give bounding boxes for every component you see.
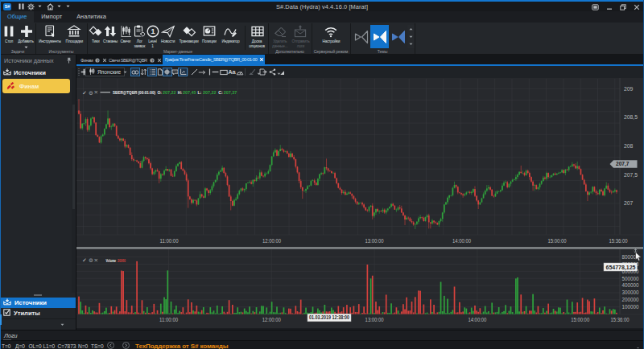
ribbon-button-label: Инструменты xyxy=(39,39,61,43)
ribbon-button-label: Настройки xyxy=(322,39,340,43)
nav-prev-icon[interactable] xyxy=(107,342,114,349)
pin-icon[interactable] xyxy=(66,57,72,65)
candlestick-chart[interactable]: 209208,5208207,520711:00:0012:00:0013:00… xyxy=(76,78,644,328)
sidebar-nav-utilities[interactable]: Утилиты xyxy=(0,308,76,318)
ribbon-button-options-board[interactable]: Доска опционов xyxy=(246,24,268,51)
ribbon-tab-1[interactable]: Общие xyxy=(0,11,34,23)
ribbon-button-depths[interactable]: Стаканы xyxy=(102,24,118,51)
svg-text:14:00:00: 14:00:00 xyxy=(452,238,471,244)
chevron-down-icon xyxy=(123,69,127,75)
ribbon-group-separator xyxy=(415,23,415,54)
toolbar-button-axis-markers[interactable] xyxy=(178,68,188,77)
svg-text:✕: ✕ xyxy=(94,257,98,263)
toolbar-button-draw-gauge[interactable] xyxy=(235,68,245,77)
ribbon-button-news[interactable]: Новости xyxy=(159,24,177,51)
sidebar-bottom-nav: ИсточникиУтилиты xyxy=(0,292,76,330)
ribbon-button-indicator[interactable]: Индикатор xyxy=(218,24,242,51)
help-icon[interactable]: ? xyxy=(150,58,155,63)
ribbon-button-positions[interactable]: Позиции xyxy=(200,24,218,51)
tb-brush-icon xyxy=(248,64,256,79)
ribbon-tab-2[interactable]: Импорт xyxy=(34,11,69,23)
candle-type-select[interactable]: Японские xyxy=(85,68,125,77)
ribbon-button-stop-pause[interactable]: Стоп xyxy=(2,24,16,51)
ribbon-button-label: Удалить данные... xyxy=(272,39,287,48)
ribbon-button-orderlog[interactable]: Лог заявок xyxy=(132,24,147,51)
ribbon-button-label: Площадки xyxy=(65,39,83,43)
svg-text:11:00:00: 11:00:00 xyxy=(160,238,179,244)
logs-panel-bar[interactable]: Логи xyxy=(0,330,644,340)
status-counter: С=7873 xyxy=(58,343,76,349)
ribbon-button-ticks[interactable]: Тики xyxy=(89,24,102,51)
splitter-handle[interactable] xyxy=(0,292,76,298)
sidebar-scrollbar[interactable] xyxy=(72,68,75,293)
status-counter: TS=0 xyxy=(91,343,104,349)
svg-text:⚙: ⚙ xyxy=(89,257,93,263)
ribbon-button-exchange-bank[interactable]: Площадки xyxy=(63,24,85,51)
gallery-spinner[interactable] xyxy=(407,25,415,48)
close-icon[interactable] xyxy=(157,58,162,63)
app-window: S# S#.Data (Hydra) v4.4.16.0 [Marat] Общ… xyxy=(0,0,644,349)
svg-text:13:00:00: 13:00:00 xyxy=(365,238,384,244)
svg-text:200000: 200000 xyxy=(622,297,639,302)
vs-theme-dark-icon[interactable] xyxy=(352,25,370,48)
sidebar-data-sources: Источники данных Источники Финам Источни… xyxy=(0,55,76,330)
sidebar-section-label: Источники xyxy=(14,69,46,76)
toolbar-button-export[interactable] xyxy=(258,68,268,77)
document-tab-3[interactable]: График TimeFrameCandle_SBER@TQBR_00-01-0… xyxy=(163,55,265,64)
svg-text:Volume: Volume xyxy=(106,258,117,263)
toolbar-button-overflow-grip[interactable] xyxy=(278,68,286,77)
last-price-marker: 207,7 xyxy=(610,160,638,167)
status-counter: N=0 xyxy=(78,343,88,349)
securities-doc-icon xyxy=(43,24,57,39)
vs-theme-blue-icon[interactable] xyxy=(389,25,407,48)
close-icon[interactable] xyxy=(259,57,264,62)
ribbon-button-label: Стаканы xyxy=(103,39,118,43)
svg-text:15:36:00: 15:36:00 xyxy=(609,238,628,244)
svg-text:20060: 20060 xyxy=(118,258,126,263)
scrollbar-thumb[interactable] xyxy=(72,105,75,209)
options-board-icon xyxy=(250,24,265,39)
ribbon-button-candles[interactable]: Свечи xyxy=(118,24,132,51)
import-tray-icon xyxy=(3,68,11,77)
svg-text:L:: L: xyxy=(197,90,201,95)
depths-icon xyxy=(103,24,118,39)
chart-toolbar: ЯпонскиеAa xyxy=(76,66,644,78)
ribbon-tab-3[interactable]: Аналитика xyxy=(69,11,114,23)
document-tab-2[interactable]: Свечи SBER@TQBR? xyxy=(106,56,161,64)
svg-text:13:00:00: 13:00:00 xyxy=(365,317,384,322)
ribbon-button-eraser: Удалить данные... xyxy=(270,24,290,51)
nav-next-icon[interactable] xyxy=(122,342,130,349)
document-tab-1[interactable]: Финам? xyxy=(78,56,105,64)
tb-export-icon xyxy=(259,64,267,79)
tb-axes-icon xyxy=(180,64,187,79)
ribbon: ЗадачиСтопДобавитьИнструментыИнструменты… xyxy=(0,23,644,55)
ribbon-button-label: Тики xyxy=(92,39,99,43)
candles-icon xyxy=(118,24,133,39)
pane-splitter[interactable] xyxy=(76,247,644,248)
ribbon-button-send-mail: Отправить логи xyxy=(290,24,311,51)
window-border-left xyxy=(0,0,1,349)
ribbon-button-wifi[interactable]: Настройки xyxy=(313,24,349,51)
titlebar[interactable]: S# S#.Data (Hydra) v4.4.16.0 [Marat] xyxy=(0,2,644,11)
help-icon[interactable]: ? xyxy=(95,58,100,63)
ribbon-button-securities-doc[interactable]: Инструменты xyxy=(37,24,63,51)
transactions-icon xyxy=(182,24,196,39)
ribbon-button-transactions[interactable]: Транзакции xyxy=(177,24,200,51)
ribbon-button-level1[interactable]: 1Level 1 xyxy=(147,24,159,51)
vs-theme-light-icon[interactable] xyxy=(370,25,389,48)
svg-text:15:36:00: 15:36:00 xyxy=(611,317,630,322)
sidebar-item-finam[interactable]: Финам xyxy=(2,79,70,93)
status-counter: OL=0 xyxy=(29,343,42,349)
ribbon-button-add-plus[interactable]: Добавить xyxy=(15,24,37,51)
statusbar-grip-icon xyxy=(634,342,642,349)
svg-text:207,7: 207,7 xyxy=(616,161,630,167)
svg-text:208,5: 208,5 xyxy=(624,114,638,120)
sidebar-section-sources[interactable]: Источники xyxy=(0,67,76,78)
sidebar-nav-overflow[interactable] xyxy=(0,318,76,330)
ribbon-group-separator xyxy=(350,23,351,54)
svg-text:1: 1 xyxy=(151,27,155,35)
sidebar-nav-sources[interactable]: Источники xyxy=(0,298,76,308)
svg-text:207,37: 207,37 xyxy=(224,90,237,95)
tb-grip-icon xyxy=(279,64,285,79)
support-link[interactable]: ТехПоддержка от S# команды xyxy=(135,343,228,349)
